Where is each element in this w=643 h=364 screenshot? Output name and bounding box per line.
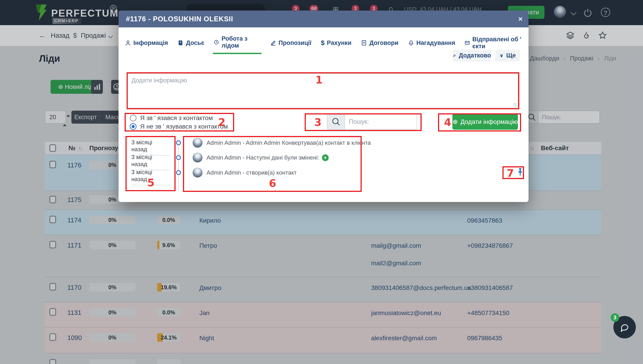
timeline-dot-icon (176, 170, 181, 175)
modal-titlebar: #1176 - POLOSUKHIN OLEKSII × (119, 10, 528, 28)
tab-invoices[interactable]: $ Рахунки (320, 33, 352, 54)
user-icon (125, 40, 131, 46)
close-icon[interactable]: × (518, 10, 523, 28)
dollar-icon: $ (321, 39, 325, 47)
annotation-number: 3 (314, 116, 322, 128)
annotation-box-6: 6 (183, 136, 362, 192)
more-button[interactable]: ∨ Ще (495, 50, 520, 62)
annotation-box-7: 7 (502, 166, 524, 179)
tab-reminders[interactable]: Нагадування (407, 33, 456, 54)
chevron-down-icon: ∨ (499, 53, 504, 58)
paperclip-icon (453, 53, 456, 58)
annotation-box-2: 2 (125, 113, 234, 132)
annotation-box-3: 3 (305, 113, 422, 131)
pen-icon (270, 40, 276, 46)
tab-proposals[interactable]: Пропозиції (269, 33, 313, 54)
annotation-number: 1 (315, 74, 323, 86)
attachments-button[interactable]: Додатково (453, 50, 491, 62)
document-icon (361, 40, 367, 46)
tab-lead-work[interactable]: Робота з лідом (213, 33, 261, 54)
timeline-line (178, 139, 179, 191)
annotation-box-4: 4 (438, 113, 521, 132)
annotation-box-1: 1 (127, 72, 519, 109)
chat-widget-button[interactable]: 3 (613, 316, 636, 338)
bell-icon (408, 40, 414, 46)
annotation-number: 7 (507, 167, 514, 179)
annotation-box-5: 5 (126, 136, 176, 191)
annotation-number: 2 (218, 116, 225, 128)
tab-contracts[interactable]: Договори (360, 33, 399, 54)
app-root: PERFECTUM ® CRM+ERP 3 68 3 3 USD: 43.04 … (0, 0, 643, 364)
tab-information[interactable]: Інформація (124, 33, 169, 54)
clock-icon (214, 39, 219, 45)
book-icon (177, 40, 184, 46)
modal-title: #1176 - POLOSUKHIN OLEKSII (126, 10, 233, 28)
annotation-number: 4 (444, 116, 451, 128)
timeline-dot-icon (176, 140, 181, 145)
annotation-number: 6 (269, 177, 276, 190)
tab-dossier[interactable]: Досьє (177, 33, 205, 54)
envelope-icon (464, 40, 470, 46)
chat-bubble-icon (620, 322, 629, 332)
annotation-number: 5 (147, 176, 155, 189)
chat-badge: 3 (611, 313, 619, 322)
timeline-dot-icon (176, 155, 181, 160)
